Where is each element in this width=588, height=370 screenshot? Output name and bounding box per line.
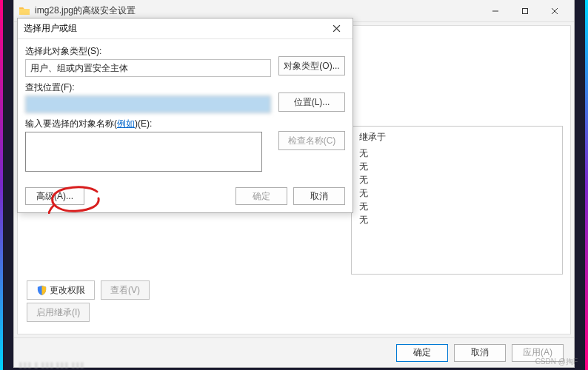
minimize-button[interactable] (481, 1, 510, 21)
dialog-footer: 确定 取消 应用(A) (14, 337, 574, 367)
dialog-close-button[interactable] (326, 21, 347, 37)
list-item[interactable]: 无 (359, 173, 555, 186)
object-type-label: 选择此对象类型(S): (25, 45, 271, 58)
dialog-cancel-button[interactable]: 取消 (293, 187, 345, 205)
object-type-field[interactable]: 用户、组或内置安全主体 (25, 59, 271, 77)
window-controls (481, 1, 569, 21)
shield-icon (36, 285, 47, 296)
check-names-button[interactable]: 检查名称(C) (278, 131, 345, 150)
example-link[interactable]: 例如 (117, 118, 135, 129)
advanced-button[interactable]: 高级(A)... (25, 187, 84, 205)
dialog-body: 选择此对象类型(S): 用户、组或内置安全主体 对象类型(O)... 查找位置(… (18, 39, 353, 183)
cancel-button[interactable]: 取消 (454, 344, 506, 362)
inherit-list: 无 无 无 无 无 无 (359, 147, 555, 226)
list-item[interactable]: 无 (359, 160, 555, 173)
view-button[interactable]: 查看(V) (101, 280, 150, 300)
change-permissions-button[interactable]: 更改权限 (27, 280, 95, 300)
list-item[interactable]: 无 (359, 186, 555, 200)
object-types-button[interactable]: 对象类型(O)... (278, 56, 345, 75)
list-item[interactable]: 无 (359, 147, 555, 160)
garbled-text: ▮▮▮ ▮ ▮▮▮ ▮▮▮ ▮▮▮ (19, 360, 84, 369)
maximize-button[interactable] (510, 1, 540, 21)
list-item[interactable]: 无 (359, 213, 555, 226)
inherit-panel: 继承于 无 无 无 无 无 无 (351, 126, 563, 275)
dialog-ok-button[interactable]: 确定 (235, 187, 287, 205)
watermark: CSDN @掏F (535, 357, 578, 367)
dialog-button-row: 高级(A)... 确定 取消 (18, 183, 353, 212)
window-title: img28.jpg的高级安全设置 (35, 4, 481, 17)
location-field[interactable] (25, 95, 271, 113)
locations-button[interactable]: 位置(L)... (278, 92, 345, 112)
select-user-group-dialog: 选择用户或组 选择此对象类型(S): 用户、组或内置安全主体 对象类型(O)..… (17, 18, 353, 213)
location-label: 查找位置(F): (25, 81, 271, 94)
folder-icon (19, 5, 30, 17)
dialog-title: 选择用户或组 (24, 22, 326, 35)
action-row-1: 更改权限 查看(V) (27, 280, 150, 300)
object-names-input[interactable] (25, 132, 262, 172)
ok-button[interactable]: 确定 (396, 344, 448, 362)
action-row-2: 启用继承(I) (27, 303, 90, 322)
list-item[interactable]: 无 (359, 200, 555, 213)
change-permissions-label: 更改权限 (50, 284, 85, 297)
inherit-header: 继承于 (359, 131, 555, 144)
close-button[interactable] (540, 1, 569, 21)
enable-inherit-button[interactable]: 启用继承(I) (27, 303, 90, 322)
svg-rect-1 (523, 8, 528, 13)
object-names-label: 输入要选择的对象名称(例如)(E): (25, 118, 271, 130)
dialog-titlebar: 选择用户或组 (18, 18, 353, 39)
